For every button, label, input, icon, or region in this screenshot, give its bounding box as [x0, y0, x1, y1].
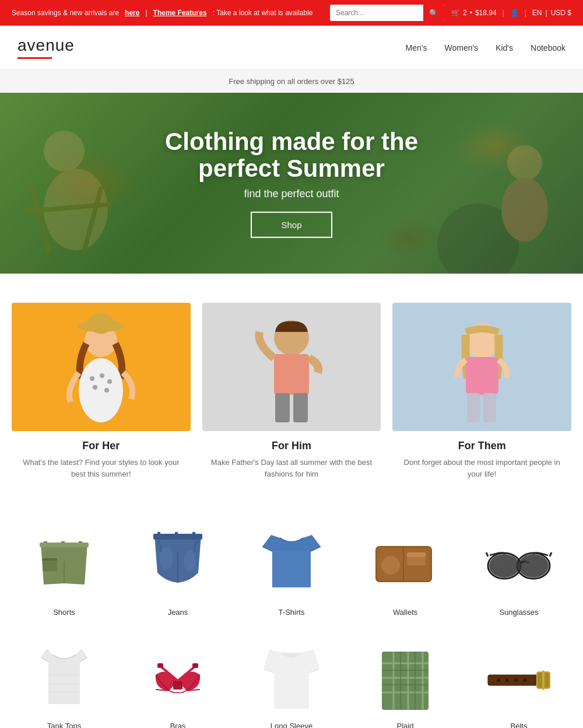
svg-rect-27: [467, 393, 480, 422]
category-image-him[interactable]: [202, 303, 381, 431]
them-illustration: [436, 309, 529, 425]
svg-rect-82: [542, 670, 545, 690]
announcement-link-here[interactable]: here: [125, 9, 139, 17]
svg-point-1: [44, 131, 85, 172]
nav-mens[interactable]: Men's: [406, 43, 427, 52]
product-image-sunglasses: [466, 526, 571, 602]
product-section: Shorts: [0, 514, 583, 634]
tshirt-icon: [259, 529, 324, 599]
category-card-him: For Him Make Father's Day last all summe…: [202, 303, 381, 480]
bottom-item-bra[interactable]: Bras: [125, 640, 230, 728]
cart-price: $18.94: [475, 9, 497, 17]
shipping-text: Free shipping on all orders over $125: [229, 77, 354, 86]
svg-rect-46: [407, 552, 426, 557]
category-grid: For Her What's the latest? Find your sty…: [12, 303, 571, 480]
longsleeve-icon: [262, 646, 321, 716]
shorts-icon: [32, 532, 96, 596]
svg-point-8: [507, 145, 542, 180]
svg-rect-67: [382, 652, 429, 710]
product-item-shorts[interactable]: Shorts: [12, 526, 117, 617]
nav-kids[interactable]: Kid's: [496, 43, 513, 52]
hero-section: Clothing made for the perfect Summer fin…: [0, 93, 583, 274]
svg-rect-30: [43, 558, 57, 561]
search-wrap: 🔍 🛒 2 • $18.94 | 👤 | EN | USD $: [330, 5, 571, 21]
svg-point-20: [104, 388, 109, 393]
product-item-tshirts[interactable]: T-Shirts: [239, 526, 344, 617]
bottom-item-longsleeve[interactable]: Long Sleeve: [239, 640, 344, 728]
svg-rect-63: [157, 663, 163, 668]
header-sep2: |: [525, 9, 526, 17]
bottom-item-plaid[interactable]: Plaid: [353, 640, 458, 728]
category-desc-him: Make Father's Day last all summer with t…: [210, 457, 373, 480]
svg-point-9: [501, 177, 548, 242]
announcement-text2: : Take a look at what is available: [213, 9, 313, 17]
header-sep1: |: [503, 9, 504, 17]
cart-icon-area[interactable]: 🛒 2 • $18.94: [451, 9, 497, 17]
hero-title: Clothing made for the perfect Summer: [146, 128, 437, 182]
bottom-image-plaid: [353, 640, 458, 722]
bottom-image-longsleeve: [239, 640, 344, 722]
bottom-item-belts[interactable]: Belts: [466, 640, 571, 728]
bottom-image-belts: [466, 640, 571, 722]
search-button[interactable]: 🔍: [423, 5, 444, 21]
announcement-sep: |: [145, 9, 147, 17]
category-desc-her: What's the latest? Find your styles to l…: [19, 457, 182, 480]
svg-rect-24: [293, 393, 308, 422]
him-illustration: [245, 309, 338, 425]
logo[interactable]: avenue: [17, 36, 75, 59]
cart-icon: 🛒: [451, 9, 460, 17]
search-input[interactable]: [330, 9, 423, 17]
svg-rect-40: [192, 532, 195, 539]
main-header: avenue Men's Women's Kid's Notebook: [0, 26, 583, 70]
product-grid: Shorts: [12, 526, 571, 617]
bottom-item-tanktop[interactable]: Tank Tops: [12, 640, 117, 728]
svg-rect-41: [272, 551, 311, 587]
bra-icon: [149, 649, 207, 713]
svg-point-55: [496, 559, 505, 565]
svg-rect-26: [466, 357, 498, 395]
announcement-link-theme[interactable]: Theme Features: [153, 9, 207, 17]
user-icon[interactable]: 👤: [510, 9, 519, 17]
nav-womens[interactable]: Women's: [444, 43, 478, 52]
product-item-sunglasses[interactable]: Sunglasses: [466, 526, 571, 617]
announcement-text: Season savings & new arrivals are: [12, 9, 119, 17]
svg-rect-23: [275, 393, 290, 422]
svg-point-84: [505, 678, 509, 682]
category-image-them[interactable]: [392, 303, 571, 431]
svg-point-37: [184, 551, 195, 572]
category-image-her[interactable]: [12, 303, 191, 431]
svg-point-14: [88, 313, 114, 334]
main-nav: Men's Women's Kid's Notebook: [406, 43, 566, 52]
bottom-products-section: Tank Tops: [0, 634, 583, 728]
svg-rect-60: [173, 681, 182, 690]
bottom-image-bra: [125, 640, 230, 722]
product-image-jeans: [125, 526, 230, 602]
bottom-label-plaid: Plaid: [353, 722, 458, 728]
product-label-sunglasses: Sunglasses: [466, 608, 571, 617]
svg-point-86: [523, 678, 526, 682]
svg-line-53: [486, 552, 488, 556]
category-title-them: For Them: [392, 440, 571, 452]
svg-point-16: [90, 376, 94, 381]
language-label[interactable]: EN: [532, 9, 542, 17]
product-item-jeans[interactable]: Jeans: [125, 526, 230, 617]
product-image-wallets: [353, 526, 458, 602]
wallet-icon: [373, 538, 437, 590]
sunglasses-icon: [484, 544, 554, 584]
currency-label[interactable]: USD $: [551, 9, 571, 17]
svg-rect-28: [483, 393, 496, 422]
cart-dot: •: [470, 9, 472, 17]
svg-rect-64: [192, 663, 198, 668]
svg-point-18: [107, 379, 112, 384]
nav-notebook[interactable]: Notebook: [531, 43, 566, 52]
cart-count: 2: [463, 9, 467, 17]
product-item-wallets[interactable]: Wallets: [353, 526, 458, 617]
bottom-grid: Tank Tops: [12, 640, 571, 728]
plaid-icon: [376, 646, 434, 716]
shipping-banner: Free shipping on all orders over $125: [0, 70, 583, 93]
svg-point-52: [518, 554, 549, 578]
category-title-him: For Him: [202, 440, 381, 452]
hero-shop-button[interactable]: Shop: [251, 212, 332, 238]
jeans-icon: [149, 529, 207, 599]
tanktop-icon: [38, 646, 90, 716]
